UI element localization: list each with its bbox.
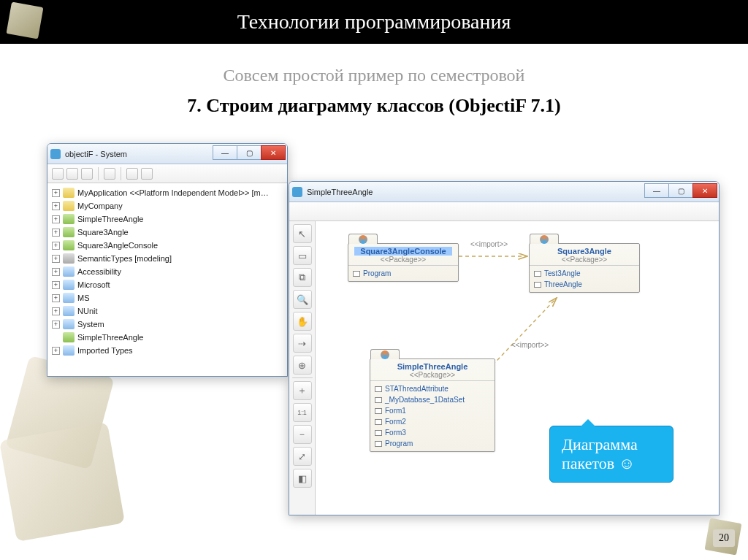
page-number: 20: [713, 529, 735, 547]
maximize-button[interactable]: ▢: [668, 183, 693, 198]
package-member[interactable]: Program: [353, 268, 454, 279]
package-name: SimpleThreeAngle: [376, 362, 489, 371]
comp-icon: [63, 214, 75, 224]
tree-item[interactable]: +NUnit: [49, 304, 286, 318]
package-square3angleconsole[interactable]: Square3AngleConsole <<Package>> Program: [348, 243, 459, 282]
pkg-icon: [63, 306, 75, 316]
zoom-in-icon[interactable]: ＋: [293, 381, 312, 400]
maximize-button[interactable]: ▢: [237, 145, 262, 160]
slide-subtitle-grey: Совсем простой пример по семестровой: [0, 66, 748, 85]
toolbar-separator: [98, 167, 99, 180]
expand-toggle[interactable]: +: [52, 281, 60, 289]
minimize-button[interactable]: —: [213, 145, 237, 160]
tree-item[interactable]: +SimpleThreeAngle: [49, 212, 286, 226]
class-icon: [375, 386, 382, 392]
folder-icon: [63, 201, 75, 211]
window-buttons: — ▢ ✕: [213, 145, 286, 160]
member-label: STAThreadAttribute: [385, 385, 449, 393]
tree-item[interactable]: +Imported Types: [49, 344, 286, 357]
package-stereotype: <<Package>>: [535, 256, 633, 264]
slide-header: Технологии программирования: [0, 0, 748, 44]
link-tool-icon[interactable]: ⇢: [293, 334, 312, 353]
tree-item[interactable]: +Square3Angle: [49, 226, 286, 239]
expand-toggle[interactable]: +: [52, 229, 60, 237]
package-member[interactable]: ThreeAngle: [534, 279, 635, 290]
pkg-icon: [63, 319, 75, 329]
tree-item-label: SemanticTypes [modeling]: [77, 254, 172, 263]
zoom-out-icon[interactable]: －: [293, 425, 312, 444]
tree-item[interactable]: +MyCompany: [49, 199, 286, 212]
fit-tool-icon[interactable]: ⤢: [293, 447, 312, 466]
app-icon: [292, 187, 302, 197]
close-button[interactable]: ✕: [261, 145, 286, 160]
tree-window-titlebar[interactable]: objectiF - System — ▢ ✕: [47, 144, 287, 164]
package-member[interactable]: Test3Angle: [534, 268, 635, 279]
package-member[interactable]: Form3: [375, 427, 490, 438]
expand-toggle[interactable]: +: [52, 347, 60, 355]
types-icon: [63, 345, 75, 356]
comp-icon: [63, 240, 75, 250]
package-simplethreeangle[interactable]: SimpleThreeAngle <<Package>> STAThreadAt…: [370, 358, 495, 452]
tree-item[interactable]: +System: [49, 318, 286, 331]
tree-item-label: MS: [77, 294, 90, 302]
expand-toggle[interactable]: +: [52, 268, 60, 276]
search-tool-icon[interactable]: 🔍: [293, 290, 312, 309]
package-tab-icon: [348, 234, 378, 244]
comp-icon: [63, 332, 75, 342]
pkg-icon: [63, 293, 75, 303]
package-member[interactable]: STAThreadAttribute: [375, 383, 490, 394]
member-label: ThreeAngle: [544, 280, 582, 288]
tree-item[interactable]: +MS: [49, 291, 286, 304]
package-member[interactable]: Form2: [375, 416, 490, 427]
tool-icon[interactable]: [126, 168, 138, 180]
expand-toggle[interactable]: +: [52, 202, 60, 210]
tree-item-label: Square3AngleConsole: [77, 241, 158, 250]
import-label: <<import>>: [470, 240, 508, 248]
folder-icon: [63, 188, 75, 198]
tree-item[interactable]: SimpleThreeAngle: [49, 331, 286, 344]
tree-item[interactable]: +Accessibility: [49, 265, 286, 278]
tree-item[interactable]: +MyApplication <<Platform Independent Mo…: [49, 186, 286, 199]
tree-item[interactable]: +Microsoft: [49, 278, 286, 291]
tree-item-label: MyCompany: [77, 202, 123, 210]
package-name: Square3Angle: [535, 247, 633, 256]
target-tool-icon[interactable]: ⊕: [293, 356, 312, 375]
package-square3angle[interactable]: Square3Angle <<Package>> Test3AngleThree…: [529, 243, 640, 293]
package-members: STAThreadAttribute_MyDatabase_1DataSetFo…: [370, 380, 495, 451]
expand-toggle[interactable]: +: [52, 294, 60, 302]
diagram-canvas[interactable]: <<import>> <<import>> Square3AngleConsol…: [316, 221, 719, 515]
diagram-window: SimpleThreeAngle — ▢ ✕ ↖ ▭ ⧉ 🔍 ✋ ⇢ ⊕ ＋ 1…: [289, 181, 720, 515]
tool-icon[interactable]: [81, 168, 93, 180]
minimize-button[interactable]: —: [644, 183, 669, 198]
folder-tool-icon[interactable]: ▭: [293, 246, 312, 265]
expand-toggle[interactable]: +: [52, 242, 60, 250]
callout-bubble: Диаграмма пакетов ☺: [549, 426, 673, 483]
diagram-window-titlebar[interactable]: SimpleThreeAngle — ▢ ✕: [289, 182, 719, 202]
diagram-tool-icon[interactable]: ◧: [293, 469, 312, 488]
expand-toggle[interactable]: +: [52, 255, 60, 263]
copy-tool-icon[interactable]: ⧉: [293, 268, 312, 287]
expand-toggle[interactable]: +: [52, 189, 60, 197]
pkg-icon: [63, 280, 75, 290]
tool-icon[interactable]: [104, 168, 115, 180]
tool-icon[interactable]: [52, 168, 64, 180]
zoom-11-icon[interactable]: 1:1: [293, 403, 312, 422]
pointer-tool-icon[interactable]: ↖: [293, 224, 312, 243]
app-icon: [50, 149, 61, 159]
expand-toggle[interactable]: +: [52, 215, 60, 223]
tree-item-label: Accessibility: [77, 267, 121, 276]
package-member[interactable]: Program: [375, 438, 490, 449]
class-icon: [375, 408, 382, 414]
tree-view[interactable]: +MyApplication <<Platform Independent Mo…: [47, 183, 287, 360]
expand-toggle[interactable]: +: [52, 321, 60, 329]
tool-icon[interactable]: [141, 168, 153, 180]
tool-icon[interactable]: [66, 168, 78, 180]
tree-item[interactable]: +SemanticTypes [modeling]: [49, 252, 286, 265]
close-button[interactable]: ✕: [692, 183, 717, 198]
expand-toggle[interactable]: +: [52, 307, 60, 315]
hand-tool-icon[interactable]: ✋: [293, 312, 312, 331]
package-member[interactable]: Form1: [375, 405, 490, 416]
tree-item[interactable]: +Square3AngleConsole: [49, 239, 286, 252]
package-member[interactable]: _MyDatabase_1DataSet: [375, 394, 490, 405]
decor-blob-2: [0, 422, 125, 542]
